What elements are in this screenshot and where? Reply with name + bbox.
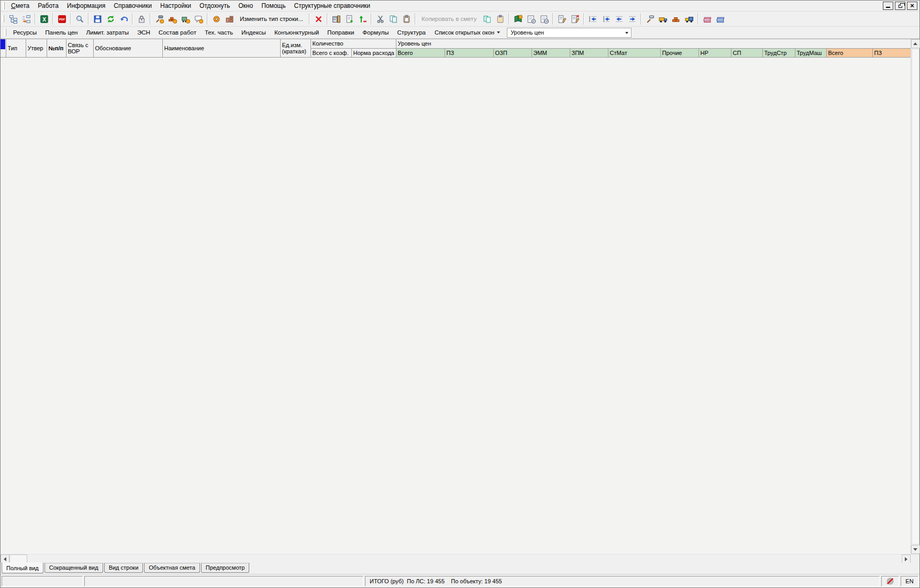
toolbar-grip[interactable] xyxy=(4,29,6,36)
scrollbar-corner xyxy=(911,554,919,563)
minimize-button[interactable] xyxy=(883,2,893,10)
excel-export-button[interactable]: X xyxy=(38,13,50,25)
replace-resource-button[interactable] xyxy=(223,13,236,25)
add-comment-button[interactable] xyxy=(192,13,205,25)
panel-button[interactable]: Структура xyxy=(393,28,430,37)
change-row-type-button[interactable]: Изменить тип строки... xyxy=(236,16,307,22)
scroll-down-button[interactable] xyxy=(911,545,920,554)
indent-right-button[interactable] xyxy=(626,13,638,25)
delivery-button[interactable] xyxy=(683,13,695,25)
panel-button[interactable]: Поправки xyxy=(323,28,358,37)
menu-item[interactable]: Справочники xyxy=(109,1,156,10)
menu-item[interactable]: Помощь xyxy=(257,1,290,10)
add-to-tree-button[interactable] xyxy=(20,13,32,25)
col-header-level: ЗПМ xyxy=(570,48,608,57)
undo-button[interactable] xyxy=(117,13,130,25)
vertical-scrollbar[interactable] xyxy=(911,39,919,554)
copy-button[interactable] xyxy=(387,13,400,25)
insert-doc-button[interactable] xyxy=(343,13,356,25)
paste-button[interactable] xyxy=(400,13,413,25)
scroll-track[interactable] xyxy=(27,554,902,563)
book-settings-button[interactable] xyxy=(512,13,524,25)
resource-button[interactable] xyxy=(210,13,223,25)
page-pr-button[interactable]: ПР xyxy=(538,13,550,25)
separator xyxy=(697,13,699,25)
view-tab[interactable]: Сокращенный вид xyxy=(45,563,103,573)
docs-blue-button[interactable] xyxy=(714,13,726,25)
menu-item[interactable]: Структурные справочники xyxy=(290,1,374,10)
panel-button[interactable]: Формулы xyxy=(358,28,393,37)
save-button[interactable] xyxy=(91,13,104,25)
restore-button[interactable] xyxy=(895,2,905,10)
menu-item[interactable]: Работа xyxy=(34,1,63,10)
panel-button[interactable]: Состав работ xyxy=(154,28,201,37)
menu-item[interactable]: Настройки xyxy=(156,1,195,10)
page-p-button[interactable]: P xyxy=(525,13,537,25)
materials-button[interactable] xyxy=(670,13,682,25)
edit-list-delete-button[interactable] xyxy=(569,13,581,25)
sort-button[interactable] xyxy=(356,13,369,25)
price-level-combobox[interactable]: Уровень цен xyxy=(507,28,631,38)
menu-item[interactable]: Отдохнуть xyxy=(195,1,234,10)
indent-first-button[interactable] xyxy=(586,13,599,25)
docs-pink-button[interactable] xyxy=(701,13,713,25)
indent-prev-button[interactable] xyxy=(600,13,612,25)
view-tab[interactable]: Полный вид xyxy=(2,562,43,573)
separator xyxy=(371,13,372,25)
paste-doc-button[interactable] xyxy=(494,13,506,25)
add-work-button[interactable] xyxy=(153,13,165,25)
panel-button[interactable]: Лимит. затраты xyxy=(82,28,132,37)
estimate-grid: Тип Утвер №п/п Связь с ВОР Обоснование Н… xyxy=(1,39,911,58)
scroll-right-button[interactable] xyxy=(902,554,911,563)
separator xyxy=(415,13,416,25)
horizontal-scrollbar[interactable] xyxy=(1,554,919,563)
view-tab[interactable]: Предпросмотр xyxy=(201,563,250,573)
menu-bar: СметаРаботаИнформацияСправочникиНастройк… xyxy=(1,1,919,12)
cut-button[interactable] xyxy=(374,13,386,25)
arrow-up-icon xyxy=(913,42,917,45)
horizontal-scroll-thumb[interactable] xyxy=(9,554,27,563)
pdf-export-button[interactable]: PDF xyxy=(56,13,68,25)
menu-item[interactable]: Информация xyxy=(63,1,109,10)
tree-structure-button[interactable] xyxy=(7,13,19,25)
arrow-down-icon xyxy=(913,548,917,551)
menu-item[interactable]: Смета xyxy=(7,1,34,10)
open-windows-dropdown[interactable]: Список открытых окон xyxy=(430,28,504,37)
col-header-level: ТрудСтр xyxy=(762,48,795,57)
works-filter-button[interactable] xyxy=(644,13,656,25)
panel-button[interactable]: Тех. часть xyxy=(201,28,237,37)
language-indicator[interactable]: EN xyxy=(901,576,918,586)
renumber-lock-button[interactable]: * xyxy=(135,13,148,25)
toolbar-grip[interactable] xyxy=(2,15,4,23)
panel-button[interactable]: Ресурсы xyxy=(9,28,41,37)
menu-item[interactable]: Окно xyxy=(234,1,257,10)
status-blocked-indicator[interactable] xyxy=(881,576,899,586)
delete-button[interactable] xyxy=(312,13,325,25)
copy-to-estimate-button[interactable]: Копировать в смету xyxy=(418,16,480,22)
view-tabs: Полный видСокращенный видВид строкиОбъек… xyxy=(1,563,919,574)
separator xyxy=(88,13,89,25)
menubar-grip[interactable] xyxy=(3,2,5,9)
col-header-level: ПЗ xyxy=(445,48,493,57)
panel-button[interactable]: Конъюнктурный xyxy=(270,28,323,37)
calculator-button[interactable] xyxy=(330,13,342,25)
col-header-level: СП xyxy=(731,48,762,57)
edit-list-button[interactable] xyxy=(556,13,568,25)
vertical-scroll-thumb[interactable] xyxy=(912,49,919,545)
svg-text:P: P xyxy=(533,20,535,23)
panel-button[interactable]: ЭСН xyxy=(133,28,154,37)
panel-button[interactable]: Индексы xyxy=(237,28,270,37)
add-machine-button[interactable] xyxy=(179,13,192,25)
scroll-up-button[interactable] xyxy=(911,39,920,48)
view-tab[interactable]: Вид строки xyxy=(104,563,143,573)
transport-button[interactable] xyxy=(657,13,669,25)
indent-left-button[interactable] xyxy=(613,13,625,25)
refresh-button[interactable] xyxy=(104,13,117,25)
search-button[interactable] xyxy=(73,13,86,25)
add-material-button[interactable] xyxy=(166,13,179,25)
panel-button[interactable]: Панель цен xyxy=(41,28,82,37)
close-button[interactable]: × xyxy=(907,2,917,10)
view-tab[interactable]: Объектная смета xyxy=(144,563,200,573)
copy-doc-button[interactable] xyxy=(481,13,493,25)
col-header-level: СтМат xyxy=(608,48,660,57)
